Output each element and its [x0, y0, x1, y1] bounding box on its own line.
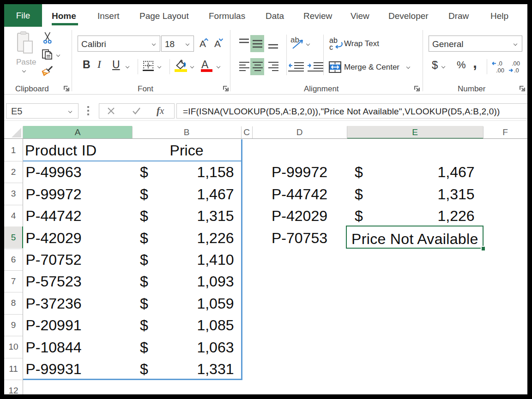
svg-text:c: c — [329, 43, 333, 51]
svg-text:.00: .00 — [496, 67, 504, 73]
svg-text:.00: .00 — [512, 60, 520, 67]
svg-text:.0: .0 — [497, 60, 502, 67]
svg-text:ab: ab — [290, 36, 299, 44]
svg-text:.0: .0 — [514, 67, 519, 73]
